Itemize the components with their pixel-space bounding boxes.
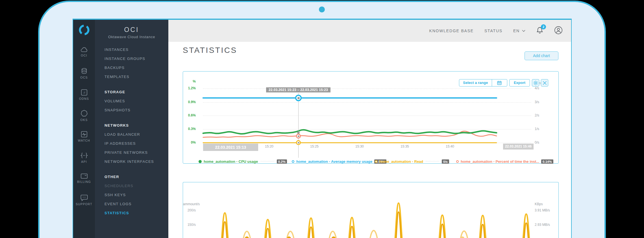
sidebar-title: OCI [95, 26, 168, 34]
close-icon [543, 81, 547, 85]
y-left-tick: 1.2% [183, 86, 196, 90]
notifications-button[interactable]: 2 [536, 26, 543, 35]
legend-label: home_automation - Read [379, 159, 423, 164]
sidebar-item-ip-addresses[interactable]: IP ADDRESSES [105, 139, 167, 148]
svg-text:://: :// [83, 91, 85, 94]
legend-item-percent-time[interactable]: home_automation - Percent of time the in… [456, 159, 553, 164]
add-chart-button[interactable]: Add chart [525, 51, 558, 60]
sidebar-item-templates[interactable]: TEMPLATES [105, 72, 167, 81]
y-left-tick: 0.3% [183, 127, 196, 131]
sidebar-item-instance-groups[interactable]: INSTANCE GROUPS [105, 54, 167, 63]
gear-icon [533, 81, 538, 85]
user-avatar-icon [554, 26, 563, 34]
rail-item-billing[interactable]: BILLING [73, 173, 95, 183]
language-label: EN [513, 29, 520, 33]
topbar: KNOWLEDGE BASE STATUS EN 2 [168, 20, 572, 42]
page-title: STATISTICS [183, 46, 237, 55]
y-right-tick: 4/s [535, 86, 557, 90]
legend-leader [426, 161, 439, 161]
legend-marker-open [375, 160, 377, 163]
rail-label: API [73, 160, 95, 163]
sidebar-item-network-interfaces[interactable]: NETWORK INTERFACES [105, 157, 167, 166]
x-tick: 15:40 [446, 144, 454, 148]
sidebar-item-schedulers[interactable]: SCHEDULERS [105, 181, 167, 191]
icon-rail: OCI OCS :// ODNS OKS [73, 20, 95, 238]
y-left-tick: 0.6% [183, 113, 196, 117]
rail-item-oci[interactable]: OCI [73, 47, 95, 57]
legend-item-read[interactable]: home_automation - Read 0/s [375, 159, 449, 164]
y-right-tick: 3/s [535, 100, 557, 104]
sidebar-item-ssh-keys[interactable]: SSH KEYS [105, 191, 167, 200]
calendar-icon [497, 81, 502, 85]
rail-item-ocs[interactable]: OCS [73, 68, 95, 79]
y-left-unit: % [183, 79, 196, 83]
legend-label: home_automation - Percent of time the in… [461, 159, 539, 164]
sidebar-subtitle: Oktawave Cloud Instance [95, 35, 168, 39]
rail-item-api[interactable]: API [73, 152, 95, 163]
legend-marker-open [292, 160, 294, 163]
y-left-tick: 0% [183, 140, 196, 144]
legend-item-memory[interactable]: home_automation - Average memory usage 0… [292, 159, 386, 164]
sidebar-item-statistics[interactable]: STATISTICS [105, 209, 167, 218]
chart-tooltip: 22.03.2021 15:23 – 22.03.2021 15:23 [266, 87, 330, 92]
cpu-memory-chart-plot [203, 86, 498, 147]
rail-label: OKS [73, 118, 95, 122]
y-right-tick: 1/s [535, 127, 557, 131]
kubernetes-icon [80, 110, 88, 117]
legend-value-chip: 0.2% [277, 159, 287, 164]
chart-close-button[interactable] [541, 79, 548, 86]
legend-value-chip: 0/s [442, 159, 449, 164]
storage-icon [81, 68, 87, 75]
legend-item-cpu[interactable]: home_automation - CPU usage 0.2% [199, 159, 287, 164]
marker-read [296, 140, 301, 145]
sidebar-item-backups[interactable]: BACKUPS [105, 63, 167, 72]
x-tick: 15:20 [265, 144, 273, 148]
rail-item-odns[interactable]: :// ODNS [73, 89, 95, 100]
app-window: OCI OCS :// ODNS OKS [73, 19, 572, 238]
cloud-icon [80, 47, 88, 53]
range-start-chip: 22.03.2021 15:13 [203, 144, 258, 151]
x-tick: 15:30 [355, 144, 364, 148]
legend-value-chip: 0.14% [541, 159, 553, 164]
knowledge-base-link[interactable]: KNOWLEDGE BASE [429, 29, 474, 33]
rail-item-watch[interactable]: WATCH [73, 131, 95, 142]
rail-item-support[interactable]: SUPPORT [73, 194, 95, 206]
y-right-tick: 2/s [535, 113, 557, 117]
rail-label: SUPPORT [73, 202, 95, 206]
operations-chart-plot [183, 182, 559, 238]
sidebar-item-instances[interactable]: INSTANCES [105, 45, 167, 54]
status-link[interactable]: STATUS [484, 29, 502, 33]
sidebar-item-load-balancer[interactable]: LOAD BALANCER [105, 130, 167, 139]
notification-badge: 2 [541, 24, 546, 29]
sidebar-spacer [105, 115, 167, 121]
sidebar-header-storage: STORAGE [105, 88, 167, 97]
sidebar-menu: INSTANCES INSTANCE GROUPS BACKUPS TEMPLA… [105, 45, 167, 218]
sidebar-item-snapshots[interactable]: SNAPSHOTS [105, 106, 167, 115]
legend-marker-open [456, 160, 459, 163]
oktawave-logo[interactable] [73, 24, 95, 37]
language-selector[interactable]: EN [513, 29, 525, 33]
oktawave-logo-icon [78, 24, 90, 36]
rail-label: BILLING [73, 180, 95, 183]
screenshot-canvas: OCI OCS :// ODNS OKS [0, 0, 644, 238]
sidebar-item-event-logs[interactable]: EVENT LOGS [105, 200, 167, 209]
export-button[interactable]: Export [509, 79, 530, 86]
chart-settings-button[interactable] [532, 79, 539, 86]
sidebar-item-private-networks[interactable]: PRIVATE NETWORKS [105, 148, 167, 157]
sidebar-item-volumes[interactable]: VOLUMES [105, 97, 167, 106]
chevron-down-icon [522, 30, 525, 32]
support-icon [80, 194, 88, 201]
chart-legend: home_automation - CPU usage 0.2% home_au… [183, 159, 559, 167]
select-range-button[interactable]: Select a range [459, 79, 507, 86]
main-area: KNOWLEDGE BASE STATUS EN 2 [168, 20, 572, 238]
rail-item-oks[interactable]: OKS [73, 110, 95, 122]
sidebar-spacer [105, 81, 167, 88]
rail-label: ODNS [73, 97, 95, 100]
profile-button[interactable] [554, 26, 563, 36]
x-tick: 15:25 [310, 144, 319, 148]
marker-memory [295, 95, 302, 101]
marker-percent-time [296, 134, 301, 139]
rail-label: WATCH [73, 139, 95, 142]
calendar-button[interactable] [492, 79, 507, 86]
sidebar: OCI Oktawave Cloud Instance INSTANCES IN… [95, 20, 168, 238]
